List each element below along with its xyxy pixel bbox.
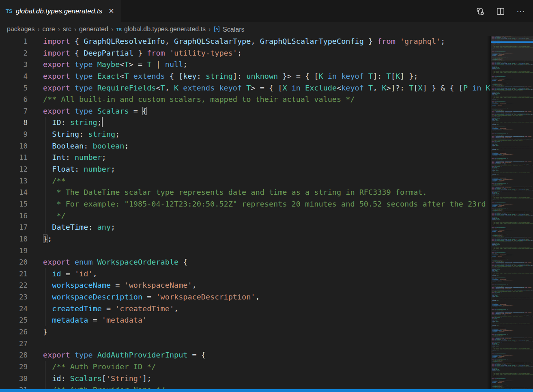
code-line-content: metadata = 'metadata'	[492, 357, 502, 358]
code-line-29[interactable]: 29 /** Auth Provider ID */	[0, 361, 533, 373]
line-number[interactable]: 30	[0, 373, 28, 385]
vscode-window: TS global.db.types.generated.ts ✕	[0, 0, 533, 392]
token	[70, 351, 75, 359]
line-number[interactable]: 22	[0, 280, 28, 291]
token	[301, 84, 305, 92]
minimap[interactable]: import { GraphQLResolveInfo, GraphQLScal…	[491, 36, 533, 392]
breadcrumb-item-packages[interactable]: packages	[7, 26, 35, 33]
code-line-16[interactable]: 16 */	[0, 210, 533, 222]
line-number[interactable]: 20	[0, 256, 28, 268]
line-number[interactable]: 4	[0, 71, 28, 82]
code-line-22[interactable]: 22 workspaceName = 'workspaceName',	[0, 280, 533, 291]
code-line-28[interactable]: 28export type AddAuthProviderInput = {	[0, 349, 533, 361]
code-line-3[interactable]: 3export type Maybe<T> = T | null;	[0, 59, 533, 71]
token: 'workspaceName'	[125, 281, 192, 289]
line-number[interactable]: 7	[0, 106, 28, 117]
code-line-11[interactable]: 11 Int: number;	[0, 152, 533, 164]
token: ,	[513, 79, 513, 79]
code-line-23[interactable]: 23 workspaceDescription = 'workspaceDesc…	[0, 291, 533, 303]
line-number[interactable]: 26	[0, 326, 28, 338]
line-number[interactable]: 3	[0, 59, 28, 71]
line-number[interactable]: 16	[0, 210, 28, 222]
token: ;	[511, 238, 512, 238]
code-editor[interactable]: 1import { GraphQLResolveInfo, GraphQLSca…	[0, 36, 533, 392]
code-line-10[interactable]: 10 Boolean: boolean;	[0, 140, 533, 152]
line-number[interactable]: 19	[0, 245, 28, 257]
line-number[interactable]: 10	[0, 140, 28, 152]
breadcrumb-item-symbol-scalars[interactable]: Scalars	[213, 25, 244, 33]
line-number[interactable]: 23	[0, 291, 28, 303]
line-number[interactable]: 2	[0, 47, 28, 59]
minimap-current-line	[491, 41, 533, 43]
token: 'metadata'	[497, 231, 502, 232]
line-number[interactable]: 5	[0, 82, 28, 94]
line-number[interactable]: 21	[0, 268, 28, 280]
token: ,	[505, 306, 505, 306]
code-line-4[interactable]: 4export type Exact<T extends { [key: str…	[0, 71, 533, 82]
breadcrumb-item-generated[interactable]: generated	[79, 26, 108, 33]
line-number[interactable]: 29	[0, 361, 28, 373]
token: :	[88, 223, 97, 231]
indent-guide	[45, 129, 45, 140]
line-number[interactable]: 1	[0, 36, 28, 47]
line-number[interactable]: 17	[0, 222, 28, 233]
token: ,	[256, 293, 260, 301]
code-line-14[interactable]: 14 * The DateTime scalar type represents…	[0, 187, 533, 198]
token	[93, 72, 97, 80]
tab-global-db-types-generated[interactable]: TS global.db.types.generated.ts ✕	[0, 0, 121, 22]
code-line-19[interactable]: 19	[0, 245, 533, 257]
more-actions-icon[interactable]: ⋯	[516, 6, 526, 16]
token: WorkspaceOrderable	[497, 353, 505, 353]
code-line-8[interactable]: 8 ID: string;	[0, 117, 533, 129]
code-line-24[interactable]: 24 createdTime = 'createdTime',	[0, 303, 533, 315]
line-number[interactable]: 28	[0, 349, 28, 361]
code-line-12[interactable]: 12 Float: number;	[0, 164, 533, 175]
token: ]:	[233, 72, 246, 80]
line-number[interactable]: 12	[0, 164, 28, 175]
code-line-17[interactable]: 17 DateTime: any;	[0, 222, 533, 233]
line-number[interactable]: 11	[0, 152, 28, 164]
token: 'graphql'	[400, 37, 441, 45]
token: * For example: "1985-04-12T23:20:50.52Z"…	[492, 123, 533, 123]
code-line-9[interactable]: 9 String: string;	[0, 129, 533, 140]
code-line-26[interactable]: 26}	[0, 326, 533, 338]
breadcrumb-item-core[interactable]: core	[43, 26, 55, 33]
code-line-25[interactable]: 25 metadata = 'metadata'	[0, 314, 533, 326]
code-line-15[interactable]: 15 * For example: "1985-04-12T23:20:50.5…	[0, 198, 533, 210]
token: ;	[500, 68, 500, 69]
breadcrumb-item-file[interactable]: TSglobal.db.types.generated.ts	[116, 26, 206, 33]
close-icon[interactable]: ✕	[107, 7, 115, 15]
code-line-1[interactable]: 1import { GraphQLResolveInfo, GraphQLSca…	[0, 36, 533, 47]
code-line-18[interactable]: 18};	[0, 233, 533, 245]
token: }	[492, 257, 492, 258]
minimap-slider[interactable]	[491, 36, 533, 61]
token: metadata	[492, 80, 496, 81]
code-line-6[interactable]: 6/** All built-in and custom scalars, ma…	[0, 94, 533, 106]
minimap-content: import { GraphQLResolveInfo, GraphQLScal…	[492, 36, 533, 392]
line-number[interactable]: 18	[0, 233, 28, 245]
code-line-20[interactable]: 20export enum WorkspaceOrderable {	[0, 256, 533, 268]
line-number[interactable]: 15	[0, 198, 28, 210]
code-line-2[interactable]: 2import { DeepPartial } from 'utility-ty…	[0, 47, 533, 59]
line-number[interactable]: 24	[0, 303, 28, 315]
code-line-27[interactable]: 27	[0, 338, 533, 350]
line-number[interactable]: 13	[0, 175, 28, 187]
open-changes-icon[interactable]	[475, 6, 485, 16]
line-number[interactable]: 9	[0, 129, 28, 140]
line-number[interactable]: 6	[0, 94, 28, 106]
code-line-13[interactable]: 13 /**	[0, 175, 533, 187]
token: ;	[492, 326, 492, 327]
token: =	[88, 316, 101, 324]
breadcrumb-item-src[interactable]: src	[63, 26, 71, 33]
code-line-7[interactable]: 7export type Scalars = {	[0, 106, 533, 117]
code-line-30[interactable]: 30 id: Scalars['String'];	[0, 373, 533, 385]
line-number[interactable]: 8	[0, 117, 28, 129]
line-number[interactable]: 25	[0, 314, 28, 326]
line-number[interactable]: 14	[0, 187, 28, 198]
code-line-content: metadata = 'metadata'	[492, 181, 502, 181]
code-line-5[interactable]: 5export type RequireFields<T, K extends …	[0, 82, 533, 94]
code-line-21[interactable]: 21 id = 'id',	[0, 268, 533, 280]
minimap-line: * For example: "1985-04-12T23:20:50.52Z"…	[492, 324, 533, 325]
line-number[interactable]: 27	[0, 338, 28, 350]
split-editor-icon[interactable]	[496, 6, 505, 16]
